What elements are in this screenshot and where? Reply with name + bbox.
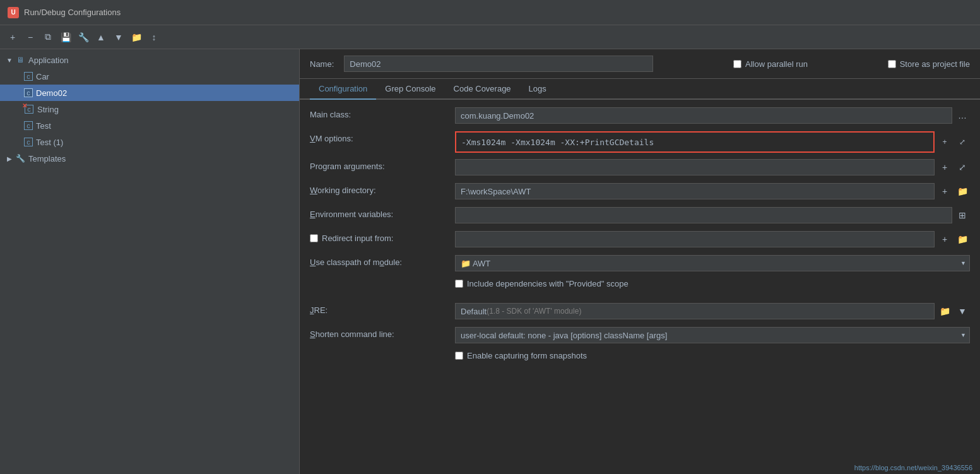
- enable-capturing-field: Enable capturing form snapshots: [455, 351, 970, 360]
- application-label: Application: [28, 56, 69, 65]
- redirect-add-button[interactable]: +: [937, 232, 952, 247]
- footer-url: https://blog.csdn.net/weixin_39436556: [854, 464, 972, 471]
- working-dir-add-button[interactable]: +: [937, 184, 952, 199]
- redirect-input-label: Redirect input from:: [310, 231, 455, 243]
- allow-parallel-label[interactable]: Allow parallel run: [745, 59, 808, 69]
- test-label: Test: [36, 121, 51, 131]
- env-vars-label: Environment variables:: [310, 207, 455, 219]
- tab-grep-console[interactable]: Grep Console: [376, 79, 444, 100]
- tree-section: ▼ 🖥 Application ▶ c Car ▶ c Demo02 ▶ c: [0, 49, 299, 169]
- sort-button[interactable]: ↕: [146, 30, 162, 45]
- jre-sub-text: (1.8 - SDK of 'AWT' module): [487, 307, 581, 316]
- vm-options-fullscreen-button[interactable]: ⤢: [955, 134, 970, 150]
- move-up-button[interactable]: ▲: [93, 30, 109, 45]
- program-args-input[interactable]: [455, 159, 935, 175]
- arrow-icon: ▼: [5, 56, 14, 64]
- class-icon-string: c ✕: [24, 104, 34, 114]
- env-vars-row: Environment variables: ⊞: [310, 207, 970, 225]
- redirect-browse-button[interactable]: 📁: [955, 232, 970, 247]
- env-vars-edit-button[interactable]: ⊞: [955, 208, 970, 223]
- jre-value: Default (1.8 - SDK of 'AWT' module): [455, 303, 935, 319]
- main-class-row: Main class: …: [310, 107, 970, 125]
- enable-capturing-checkbox-group: Enable capturing form snapshots: [455, 351, 587, 360]
- enable-capturing-row: Enable capturing form snapshots: [310, 351, 970, 369]
- working-dir-label: Working directory:: [310, 183, 455, 195]
- tree-item-string[interactable]: ▶ c ✕ String: [0, 101, 299, 117]
- store-project-checkbox[interactable]: [888, 60, 896, 68]
- redirect-input-input[interactable]: [455, 231, 935, 247]
- store-project-label[interactable]: Store as project file: [900, 59, 970, 69]
- tab-logs[interactable]: Logs: [520, 79, 555, 100]
- vm-options-field: + ⤢: [455, 131, 970, 153]
- toolbar: + − ⧉ 💾 🔧 ▲ ▼ 📁 ↕: [0, 25, 980, 49]
- demo02-label: Demo02: [36, 88, 67, 98]
- vm-options-row: VM options: + ⤢: [310, 131, 970, 153]
- config-content: Main class: … VM options: + ⤢ Program ar…: [300, 100, 980, 474]
- remove-button[interactable]: −: [23, 30, 38, 45]
- application-icon: 🖥: [15, 55, 25, 65]
- program-args-fullscreen-button[interactable]: ⤢: [955, 160, 970, 175]
- env-vars-input[interactable]: [455, 207, 952, 223]
- class-icon-test: c: [24, 121, 33, 130]
- vm-options-label: VM options:: [310, 131, 455, 143]
- tree-item-car[interactable]: ▶ c Car: [0, 68, 299, 85]
- working-dir-browse-button[interactable]: 📁: [955, 184, 970, 199]
- jre-field: Default (1.8 - SDK of 'AWT' module) 📁 ▼: [455, 303, 970, 319]
- include-deps-label[interactable]: Include dependencies with "Provided" sco…: [467, 279, 629, 288]
- include-deps-row: Include dependencies with "Provided" sco…: [310, 279, 970, 297]
- save-button[interactable]: 💾: [58, 30, 73, 45]
- tree-item-test1[interactable]: ▶ c Test (1): [0, 134, 299, 150]
- tree-item-templates[interactable]: ▶ 🔧 Templates: [0, 150, 299, 167]
- tab-configuration[interactable]: Configuration: [310, 79, 376, 100]
- allow-parallel-checkbox[interactable]: [733, 60, 741, 68]
- tab-code-coverage[interactable]: Code Coverage: [445, 79, 520, 100]
- string-label: String: [37, 105, 59, 114]
- tree-item-demo02[interactable]: ▶ c Demo02: [0, 85, 299, 101]
- include-deps-checkbox[interactable]: [455, 280, 463, 288]
- wrench-icon: 🔧: [15, 153, 25, 163]
- copy-button[interactable]: ⧉: [40, 30, 56, 45]
- jre-dropdown-button[interactable]: ▼: [955, 304, 970, 319]
- jre-label: JRE:: [310, 303, 455, 315]
- enable-capturing-checkbox[interactable]: [455, 352, 463, 360]
- class-icon-car: c: [24, 72, 33, 81]
- main-class-browse-button[interactable]: …: [955, 108, 970, 123]
- tree-item-application[interactable]: ▼ 🖥 Application: [0, 52, 299, 68]
- classpath-module-select[interactable]: 📁 AWT: [455, 255, 970, 271]
- vm-options-expand-button[interactable]: +: [937, 134, 952, 150]
- folder-button[interactable]: 📁: [129, 30, 144, 45]
- include-deps-checkbox-group: Include dependencies with "Provided" sco…: [455, 279, 629, 288]
- program-args-field: + ⤢: [455, 159, 970, 175]
- redirect-label[interactable]: Redirect input from:: [322, 234, 393, 243]
- tree-item-test[interactable]: ▶ c Test: [0, 117, 299, 134]
- main-class-input[interactable]: [455, 107, 952, 124]
- app-icon: U: [8, 7, 19, 18]
- add-button[interactable]: +: [5, 30, 20, 45]
- classpath-module-row: Use classpath of module: 📁 AWT: [310, 255, 970, 273]
- enable-capturing-label[interactable]: Enable capturing form snapshots: [467, 351, 587, 360]
- tabs-bar: Configuration Grep Console Code Coverage…: [300, 79, 980, 100]
- templates-label: Templates: [28, 154, 66, 163]
- jre-browse-button[interactable]: 📁: [937, 304, 952, 319]
- class-icon-test1: c: [24, 138, 33, 146]
- program-args-expand-button[interactable]: +: [937, 160, 952, 175]
- program-args-row: Program arguments: + ⤢: [310, 159, 970, 177]
- redirect-checkbox[interactable]: [310, 234, 318, 242]
- shorten-cmdline-select[interactable]: user-local default: none - java [options…: [455, 327, 970, 343]
- test1-label: Test (1): [36, 138, 63, 147]
- move-down-button[interactable]: ▼: [111, 30, 126, 45]
- vm-options-input[interactable]: [455, 131, 935, 153]
- enable-capturing-spacer: [310, 351, 455, 353]
- working-dir-input[interactable]: [455, 183, 935, 199]
- name-input[interactable]: [344, 56, 653, 72]
- shorten-cmdline-row: Shorten command line: user-local default…: [310, 327, 970, 345]
- jre-row: JRE: Default (1.8 - SDK of 'AWT' module)…: [310, 303, 970, 321]
- classpath-module-field: 📁 AWT: [455, 255, 970, 271]
- title-bar: U Run/Debug Configurations: [0, 0, 980, 25]
- redirect-input-row: Redirect input from: + 📁: [310, 231, 970, 249]
- working-dir-field: + 📁: [455, 183, 970, 199]
- settings-button[interactable]: 🔧: [76, 30, 91, 45]
- env-vars-field: ⊞: [455, 207, 970, 223]
- main-class-field: …: [455, 107, 970, 124]
- shorten-cmdline-field: user-local default: none - java [options…: [455, 327, 970, 343]
